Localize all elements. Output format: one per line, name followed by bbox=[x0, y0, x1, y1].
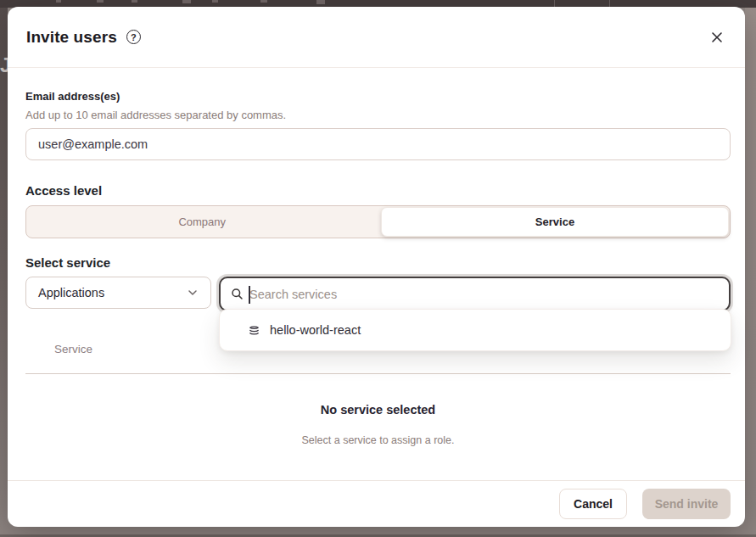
email-hint: Add up to 10 email addresses separated b… bbox=[25, 109, 731, 121]
search-services-input[interactable] bbox=[221, 278, 729, 310]
cancel-button[interactable]: Cancel bbox=[559, 489, 627, 519]
service-result-item[interactable]: hello-world-react bbox=[220, 310, 731, 350]
text-caret bbox=[249, 286, 250, 304]
underlying-text-remnant bbox=[132, 0, 137, 3]
dimmed-page-right-edge bbox=[745, 8, 756, 527]
service-type-value: Applications bbox=[38, 286, 104, 299]
stack-icon bbox=[248, 324, 260, 337]
empty-state-title: No service selected bbox=[25, 403, 731, 417]
help-icon[interactable]: ? bbox=[126, 30, 141, 44]
dialog-body: Email address(es) Add up to 10 email add… bbox=[8, 68, 745, 480]
dimmed-page-left-edge bbox=[0, 8, 8, 527]
empty-state: No service selected Select a service to … bbox=[25, 403, 731, 446]
close-icon[interactable] bbox=[706, 26, 728, 48]
invite-users-dialog: Invite users ? Email address(es) Add up … bbox=[8, 7, 745, 527]
send-invite-button[interactable]: Send invite bbox=[642, 489, 731, 519]
empty-state-subtitle: Select a service to assign a role. bbox=[25, 434, 731, 446]
dialog-footer: Cancel Send invite bbox=[8, 480, 745, 527]
dimmed-page-bottom-edge bbox=[0, 527, 756, 537]
email-label: Email address(es) bbox=[25, 90, 731, 103]
access-level-segmented-control: Company Service bbox=[25, 205, 731, 238]
dialog-header: Invite users ? bbox=[8, 7, 745, 68]
service-search-box bbox=[219, 277, 731, 311]
access-option-service[interactable]: Service bbox=[381, 207, 729, 237]
chevron-down-icon bbox=[187, 287, 199, 299]
access-level-label: Access level bbox=[25, 183, 731, 198]
underlying-text-remnant bbox=[316, 0, 325, 4]
service-column-header: Service bbox=[54, 343, 92, 355]
service-type-select[interactable]: Applications bbox=[25, 277, 211, 309]
underlying-page-glyph: J bbox=[0, 53, 8, 78]
search-results-dropdown: hello-world-react bbox=[219, 309, 731, 351]
dialog-title: Invite users bbox=[26, 28, 117, 47]
underlying-text-remnant bbox=[260, 0, 267, 3]
access-option-company[interactable]: Company bbox=[26, 206, 378, 238]
service-result-label: hello-world-react bbox=[270, 323, 361, 337]
email-field[interactable] bbox=[25, 128, 731, 160]
service-picker-row: Applications bbox=[25, 277, 731, 311]
search-icon bbox=[231, 288, 244, 300]
table-divider bbox=[25, 373, 731, 374]
underlying-text-remnant bbox=[212, 0, 218, 3]
underlying-text-remnant bbox=[97, 0, 104, 3]
select-service-label: Select service bbox=[25, 255, 731, 270]
underlying-text-remnant bbox=[56, 0, 61, 3]
underlying-text-remnant bbox=[182, 0, 191, 3]
